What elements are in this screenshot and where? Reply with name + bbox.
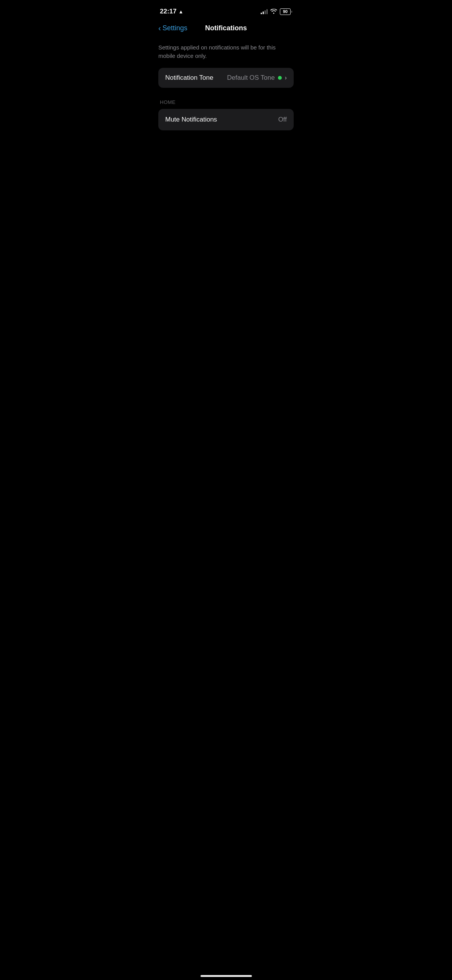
location-icon: ▲	[178, 9, 183, 15]
tone-active-dot	[278, 76, 282, 80]
signal-bar-2	[263, 12, 264, 14]
content-area: Settings applied on notifications will b…	[151, 39, 301, 130]
notification-tone-right: Default OS Tone ›	[227, 74, 287, 82]
description-text: Settings applied on notifications will b…	[158, 43, 294, 60]
wifi-icon	[270, 8, 277, 15]
status-bar: 22:17 ▲ 90	[151, 0, 301, 21]
signal-bar-1	[261, 13, 262, 14]
notification-tone-value: Default OS Tone	[227, 74, 274, 82]
nav-bar: ‹ Settings Notifications	[151, 21, 301, 39]
status-right: 90	[261, 8, 292, 15]
back-label[interactable]: Settings	[163, 24, 187, 32]
signal-bar-4	[266, 9, 268, 14]
battery-tip	[291, 11, 292, 13]
mute-notifications-label: Mute Notifications	[165, 116, 217, 123]
signal-icon	[261, 9, 268, 14]
battery-level: 90	[280, 8, 291, 15]
mute-notifications-value: Off	[278, 116, 287, 123]
battery-icon: 90	[280, 8, 292, 15]
signal-bar-3	[265, 10, 266, 14]
mute-notifications-row[interactable]: Mute Notifications Off	[158, 109, 294, 130]
notification-tone-row[interactable]: Notification Tone Default OS Tone ›	[158, 68, 294, 88]
notification-tone-label: Notification Tone	[165, 74, 213, 82]
back-button[interactable]: ‹ Settings	[158, 24, 187, 33]
chevron-right-icon: ›	[285, 74, 287, 81]
home-section-label: HOME	[158, 99, 294, 105]
time-display: 22:17	[160, 8, 176, 15]
back-chevron-icon: ‹	[158, 24, 161, 33]
status-time: 22:17 ▲	[160, 8, 183, 15]
page-title: Notifications	[205, 24, 247, 32]
